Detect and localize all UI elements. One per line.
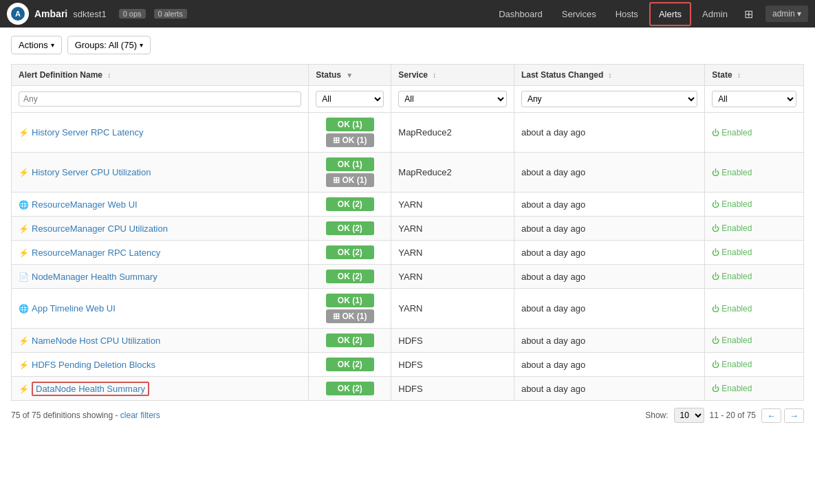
filter-last-changed-select[interactable]: Any xyxy=(521,91,697,107)
cell-service: HDFS xyxy=(391,377,514,401)
cell-state: ⏻ Enabled xyxy=(705,329,804,353)
cell-name: 🌐App Timeline Web UI xyxy=(12,289,309,329)
alert-name-link[interactable]: NodeManager Health Summary xyxy=(32,272,157,282)
state-label: Enabled xyxy=(721,304,752,314)
state-label: Enabled xyxy=(721,336,752,345)
status-badge[interactable]: OK (2) xyxy=(326,270,374,283)
cluster-name: sdktest1 xyxy=(73,9,106,19)
filter-name-cell xyxy=(12,86,309,113)
cell-last-changed: about a day ago xyxy=(514,289,704,329)
alert-name-link[interactable]: ResourceManager Web UI xyxy=(32,199,138,210)
footer-left: 75 of 75 definitions showing - clear fil… xyxy=(11,410,160,420)
status-badge[interactable]: ⊞ OK (1) xyxy=(326,133,374,147)
cell-last-changed: about a day ago xyxy=(514,113,704,153)
filter-status-cell: All xyxy=(309,86,391,113)
cell-service: YARN xyxy=(391,241,514,265)
alert-name-link[interactable]: HDFS Pending Deletion Blocks xyxy=(32,360,155,370)
cell-last-changed: about a day ago xyxy=(514,329,704,353)
cell-last-changed: about a day ago xyxy=(514,353,704,377)
prev-page-button[interactable]: ← xyxy=(761,408,781,423)
power-icon: ⏻ xyxy=(712,384,721,393)
alert-name-link[interactable]: ResourceManager CPU Utilization xyxy=(32,223,168,234)
power-icon: ⏻ xyxy=(712,129,721,137)
show-count-select[interactable]: 10 25 50 xyxy=(674,408,704,423)
cell-state: ⏻ Enabled xyxy=(705,241,804,265)
cell-last-changed: about a day ago xyxy=(514,217,704,241)
filter-service-select[interactable]: All xyxy=(398,91,507,107)
page-content: Actions ▾ Groups: All (75) ▾ Alert Defin… xyxy=(0,28,815,504)
cell-state: ⏻ Enabled xyxy=(705,193,804,217)
status-badge[interactable]: ⊞ OK (1) xyxy=(326,309,374,323)
filter-state-select[interactable]: All xyxy=(712,91,796,107)
alert-type-icon: ⚡ xyxy=(19,360,29,370)
svg-text:A: A xyxy=(15,10,21,18)
actions-caret: ▾ xyxy=(51,41,54,49)
filter-name-input[interactable] xyxy=(19,91,301,107)
cell-name: ⚡ResourceManager RPC Latency xyxy=(12,241,309,265)
alert-name-link[interactable]: ResourceManager RPC Latency xyxy=(32,248,160,258)
pagination-nav: ← → xyxy=(761,408,804,423)
status-badge[interactable]: OK (2) xyxy=(326,333,374,347)
actions-button[interactable]: Actions ▾ xyxy=(11,36,62,54)
status-badge[interactable]: OK (2) xyxy=(326,221,374,235)
state-label: Enabled xyxy=(721,384,752,393)
cell-status: OK (2) xyxy=(309,217,391,241)
nav-services[interactable]: Services xyxy=(554,3,605,25)
alert-name-link[interactable]: History Server RPC Latency xyxy=(32,127,144,138)
col-state[interactable]: State ↕ xyxy=(705,65,804,86)
cell-status: OK (2) xyxy=(309,265,391,289)
alert-name-link[interactable]: DataNode Health Summary xyxy=(32,382,149,396)
power-icon: ⏻ xyxy=(712,272,721,281)
status-badge[interactable]: ⊞ OK (1) xyxy=(326,173,374,187)
cell-state: ⏻ Enabled xyxy=(705,377,804,401)
status-badge[interactable]: OK (2) xyxy=(326,245,374,259)
table-row: ⚡NameNode Host CPU UtilizationOK (2)HDFS… xyxy=(12,329,804,353)
status-badge[interactable]: OK (1) xyxy=(326,118,374,131)
alert-type-icon: 📄 xyxy=(19,272,29,282)
toolbar: Actions ▾ Groups: All (75) ▾ xyxy=(11,36,804,54)
status-badge[interactable]: OK (1) xyxy=(326,294,374,307)
cell-status: OK (2) xyxy=(309,377,391,401)
cell-status: OK (1)⊞ OK (1) xyxy=(309,153,391,193)
ambari-logo-icon: A xyxy=(10,6,25,21)
ops-badge: 0 ops xyxy=(119,9,146,19)
cell-name: ⚡ResourceManager CPU Utilization xyxy=(12,217,309,241)
alert-name-link[interactable]: History Server CPU Utilization xyxy=(32,167,151,177)
alert-type-icon: 🌐 xyxy=(19,200,29,210)
nav-alerts[interactable]: Alerts xyxy=(649,2,691,26)
col-service[interactable]: Service ↕ xyxy=(391,65,514,86)
col-last-changed[interactable]: Last Status Changed ↕ xyxy=(514,65,704,86)
state-label: Enabled xyxy=(721,168,752,177)
admin-menu[interactable]: admin ▾ xyxy=(765,6,808,22)
cell-service: YARN xyxy=(391,193,514,217)
filter-status-select[interactable]: All xyxy=(316,91,384,107)
next-page-button[interactable]: → xyxy=(784,408,804,423)
grid-icon[interactable]: ⊞ xyxy=(739,5,759,23)
alert-type-icon: 🌐 xyxy=(19,304,29,314)
status-badge[interactable]: OK (2) xyxy=(326,358,374,371)
groups-button[interactable]: Groups: All (75) ▾ xyxy=(67,36,151,54)
definitions-count: 75 of 75 definitions showing xyxy=(11,410,113,420)
cell-name: ⚡NameNode Host CPU Utilization xyxy=(12,329,309,353)
power-icon: ⏻ xyxy=(712,305,721,313)
nav-admin[interactable]: Admin xyxy=(694,3,736,25)
alert-name-link[interactable]: App Timeline Web UI xyxy=(32,303,116,314)
col-name[interactable]: Alert Definition Name ↕ xyxy=(12,65,309,86)
nav-dashboard[interactable]: Dashboard xyxy=(490,3,551,25)
clear-filters-link[interactable]: clear filters xyxy=(120,410,160,420)
state-sort-icon: ↕ xyxy=(737,72,741,79)
table-row: ⚡DataNode Health SummaryOK (2)HDFSabout … xyxy=(12,377,804,401)
nav-hosts[interactable]: Hosts xyxy=(607,3,646,25)
cell-status: OK (2) xyxy=(309,193,391,217)
status-badge[interactable]: OK (2) xyxy=(326,197,374,211)
status-badge[interactable]: OK (2) xyxy=(326,382,374,395)
state-label: Enabled xyxy=(721,128,752,138)
last-changed-sort-icon: ↕ xyxy=(609,72,612,79)
cell-last-changed: about a day ago xyxy=(514,241,704,265)
status-badge[interactable]: OK (1) xyxy=(326,157,374,171)
power-icon: ⏻ xyxy=(712,360,721,369)
cell-state: ⏻ Enabled xyxy=(705,217,804,241)
alert-name-link[interactable]: NameNode Host CPU Utilization xyxy=(32,336,160,346)
col-status[interactable]: Status ▼ xyxy=(309,65,391,86)
power-icon: ⏻ xyxy=(712,168,721,177)
